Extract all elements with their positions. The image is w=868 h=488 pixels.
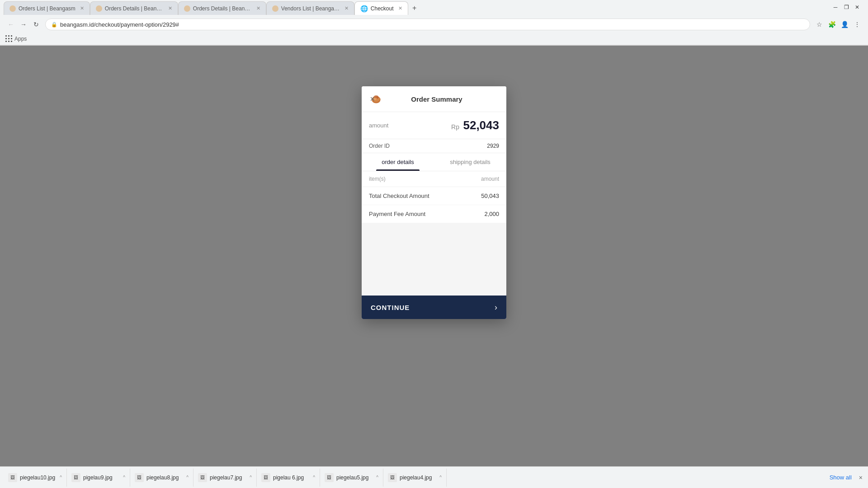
continue-label: CONTINUE [371, 304, 410, 311]
downloads-bar-close-button[interactable]: × [857, 472, 864, 483]
new-tab-button[interactable]: + [408, 2, 421, 14]
browser-actions: ☆ 🧩 👤 ⋮ [814, 19, 863, 30]
close-icon: ✕ [370, 95, 375, 103]
browser-tab-2[interactable]: Orders Details | Beangasm ✕ [90, 1, 178, 15]
table-header: item(s) amount [362, 171, 506, 187]
tab-order-details-label: order details [382, 159, 414, 165]
nav-buttons: ← → ↻ [5, 19, 42, 30]
tab-close-1[interactable]: ✕ [80, 5, 84, 11]
download-item-3[interactable]: 🖼 piegelau8.jpg ^ [130, 469, 193, 487]
apps-grid-icon [5, 35, 13, 42]
download-file-icon-2: 🖼 [71, 473, 80, 482]
download-file-icon-7: 🖼 [388, 473, 397, 482]
tab-label-2: Orders Details | Beangasm [105, 5, 164, 12]
modal-title: Order Summary [383, 95, 499, 103]
amount-section: amount Rp 52,043 [362, 112, 506, 139]
more-button[interactable]: ⋮ [852, 19, 863, 30]
order-id-label: Order ID [369, 143, 390, 149]
tab-label-5: Checkout [371, 5, 394, 12]
col-items-header: item(s) [369, 176, 386, 182]
tab-bar: Orders List | Beangasm ✕ Orders Details … [0, 0, 868, 16]
minimize-button[interactable]: ─ [832, 4, 839, 11]
tab-shipping-details-label: shipping details [450, 159, 491, 165]
download-chevron-2: ^ [123, 475, 125, 480]
download-item-2[interactable]: 🖼 pigelau9.jpg ^ [67, 469, 130, 487]
amount-display: Rp 52,043 [451, 118, 499, 132]
modal-tabs: order details shipping details [362, 153, 506, 171]
tab-favicon-3 [184, 5, 190, 12]
download-item-1[interactable]: 🖼 piegelau10.jpg ^ [4, 469, 67, 487]
browser-tab-5[interactable]: 🌐 Checkout ✕ [354, 1, 408, 15]
tab-close-2[interactable]: ✕ [168, 5, 172, 11]
download-filename-4: piegelau7.jpg [210, 474, 242, 481]
address-bar: ← → ↻ 🔒 beangasm.id/checkout/payment-opt… [0, 16, 868, 33]
amount-currency: Rp [451, 123, 459, 131]
window-close-button[interactable]: ✕ [854, 4, 861, 11]
download-file-icon-1: 🖼 [8, 473, 17, 482]
table-row: Payment Fee Amount 2,000 [362, 205, 506, 223]
reload-button[interactable]: ↻ [31, 19, 42, 30]
tab-close-5[interactable]: ✕ [398, 5, 402, 11]
download-file-icon-4: 🖼 [198, 473, 207, 482]
download-filename-1: piegelau10.jpg [20, 474, 55, 481]
browser-tab-4[interactable]: Vendors List | Beangasm ✕ [266, 1, 354, 15]
download-filename-3: piegelau8.jpg [146, 474, 179, 481]
tab-close-4[interactable]: ✕ [344, 5, 349, 11]
lock-icon: 🔒 [51, 22, 57, 28]
download-item-5[interactable]: 🖼 pigelau 6.jpg ^ [257, 469, 320, 487]
amount-value: 52,043 [463, 118, 499, 132]
window-controls: ─ ❐ ✕ [832, 4, 861, 11]
browser-chrome: Orders List | Beangasm ✕ Orders Details … [0, 0, 868, 46]
extensions-button[interactable]: 🧩 [826, 19, 837, 30]
download-item-6[interactable]: 🖼 piegelau5.jpg ^ [320, 469, 383, 487]
order-details-table: item(s) amount Total Checkout Amount 50,… [362, 171, 506, 223]
tab-favicon-1 [9, 5, 16, 12]
download-chevron-3: ^ [186, 475, 189, 480]
download-item-7[interactable]: 🖼 piegelau4.jpg ^ [383, 469, 447, 487]
download-file-icon-6: 🖼 [325, 473, 334, 482]
bookmarks-bar: Apps [0, 33, 868, 45]
modal-close-button[interactable]: ✕ [368, 94, 377, 103]
tab-favicon-4 [272, 5, 278, 12]
download-chevron-7: ^ [439, 475, 442, 480]
payment-fee-label: Payment Fee Amount [369, 211, 425, 217]
tab-order-details[interactable]: order details [362, 153, 434, 171]
download-filename-6: piegelau5.jpg [336, 474, 368, 481]
download-chevron-4: ^ [250, 475, 252, 480]
page-content: ✕ Order Summary amount Rp 52,043 Order I… [0, 46, 868, 488]
show-all-button[interactable]: Show all [824, 474, 857, 481]
back-button[interactable]: ← [5, 19, 16, 30]
amount-label: amount [369, 122, 388, 129]
url-bar[interactable]: 🔒 beangasm.id/checkout/payment-option/29… [45, 19, 810, 30]
forward-button[interactable]: → [18, 19, 29, 30]
download-item-4[interactable]: 🖼 piegelau7.jpg ^ [193, 469, 257, 487]
continue-button[interactable]: CONTINUE › [362, 296, 506, 319]
order-summary-modal: ✕ Order Summary amount Rp 52,043 Order I… [362, 86, 506, 319]
apps-bookmark[interactable]: Apps [5, 35, 27, 42]
chevron-right-icon: › [495, 303, 497, 312]
profile-button[interactable]: 👤 [839, 19, 850, 30]
tab-shipping-details[interactable]: shipping details [434, 153, 506, 171]
tab-label-1: Orders List | Beangasm [19, 5, 75, 12]
modal-header: ✕ Order Summary [362, 86, 506, 112]
browser-tab-1[interactable]: Orders List | Beangasm ✕ [4, 1, 90, 15]
browser-tab-3[interactable]: Orders Details | Beangasm ✕ [178, 1, 266, 15]
total-checkout-value: 50,043 [481, 192, 499, 199]
downloads-bar: 🖼 piegelau10.jpg ^ 🖼 pigelau9.jpg ^ 🖼 pi… [0, 466, 868, 488]
payment-fee-value: 2,000 [484, 211, 499, 217]
order-id-value: 2929 [487, 143, 499, 149]
download-chevron-1: ^ [60, 475, 62, 480]
tab-label-3: Orders Details | Beangasm [193, 5, 252, 12]
download-chevron-5: ^ [313, 475, 315, 480]
download-filename-5: pigelau 6.jpg [273, 474, 304, 481]
tab-close-3[interactable]: ✕ [256, 5, 260, 11]
url-text: beangasm.id/checkout/payment-option/2929… [60, 21, 179, 28]
download-file-icon-5: 🖼 [261, 473, 270, 482]
bookmark-star-button[interactable]: ☆ [814, 19, 825, 30]
download-filename-7: piegelau4.jpg [400, 474, 432, 481]
apps-label: Apps [14, 36, 27, 42]
tab-label-4: Vendors List | Beangasm [281, 5, 340, 12]
table-row: Total Checkout Amount 50,043 [362, 187, 506, 205]
restore-button[interactable]: ❐ [843, 4, 850, 11]
download-file-icon-3: 🖼 [135, 473, 144, 482]
